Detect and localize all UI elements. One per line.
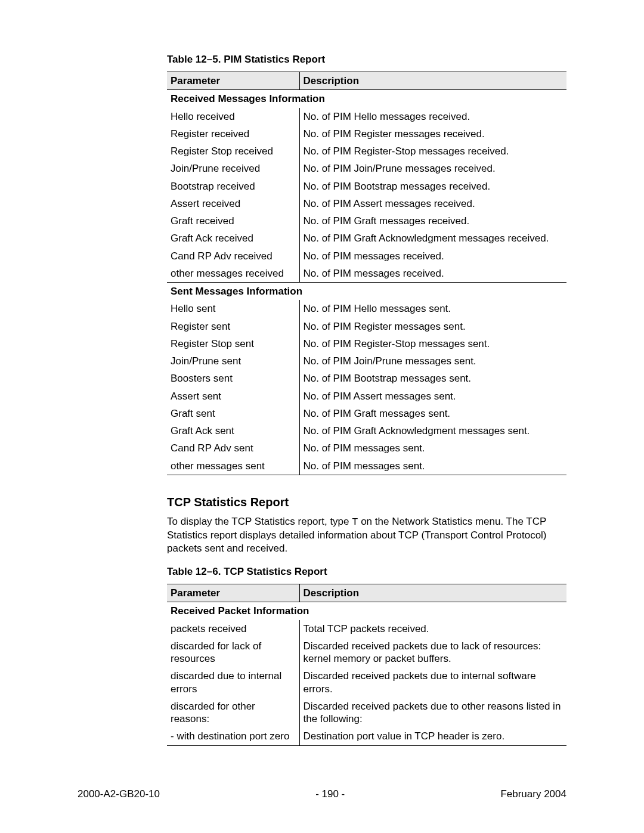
table-cell: Cand RP Adv received (167, 247, 299, 265)
table-cell: No. of PIM Graft messages sent. (299, 405, 566, 422)
table-cell: Cand RP Adv sent (167, 439, 299, 457)
table-cell: Graft sent (167, 405, 299, 422)
table-cell: No. of PIM Register-Stop messages receiv… (299, 143, 566, 160)
section-heading-tcp: TCP Statistics Report (167, 496, 566, 509)
table-cell: Graft received (167, 212, 299, 230)
table-cell: Discarded received packets due to lack o… (299, 637, 566, 668)
table1-header-param: Parameter (167, 72, 299, 90)
table-cell: No. of PIM Register messages received. (299, 125, 566, 143)
table1-caption: Table 12–5. PIM Statistics Report (167, 54, 566, 66)
table-cell: No. of PIM messages sent. (299, 439, 566, 457)
table-cell: No. of PIM messages sent. (299, 457, 566, 475)
table-cell: Hello received (167, 108, 299, 125)
table-cell: No. of PIM Register-Stop messages sent. (299, 335, 566, 352)
table-cell: Assert received (167, 195, 299, 212)
table-cell: Bootstrap received (167, 178, 299, 195)
table-cell: No. of PIM Assert messages sent. (299, 388, 566, 405)
footer-right: February 2004 (500, 788, 566, 800)
table-cell: Graft Ack received (167, 230, 299, 247)
table-cell: No. of PIM Register messages sent. (299, 318, 566, 335)
table-cell: - with destination port zero (167, 727, 299, 745)
table-cell: Assert sent (167, 388, 299, 405)
para-text: To display the TCP Statistics report, ty… (167, 516, 352, 527)
tcp-paragraph: To display the TCP Statistics report, ty… (167, 515, 566, 555)
table-cell: other messages received (167, 265, 299, 283)
table-cell: Register sent (167, 318, 299, 335)
table-cell: No. of PIM messages received. (299, 247, 566, 265)
table-cell: Destination port value in TCP header is … (299, 727, 566, 745)
table-cell: Join/Prune sent (167, 352, 299, 370)
table-cell: No. of PIM Hello messages sent. (299, 300, 566, 317)
table1-header-desc: Description (299, 72, 566, 90)
table-cell: No. of PIM Bootstrap messages received. (299, 178, 566, 195)
table-cell: No. of PIM Graft messages received. (299, 212, 566, 230)
table-cell: Register Stop received (167, 143, 299, 160)
table-cell: No. of PIM Graft Acknowledgment messages… (299, 230, 566, 247)
table1-section1: Received Messages Information (167, 90, 566, 108)
table-cell: No. of PIM Join/Prune messages sent. (299, 352, 566, 370)
table2-section1: Received Packet Information (167, 602, 566, 620)
table2: Parameter Description Received Packet In… (167, 584, 566, 746)
table-cell: Register received (167, 125, 299, 143)
table-cell: packets received (167, 620, 299, 637)
table1: Parameter Description Received Messages … (167, 72, 566, 475)
table-cell: discarded for other reasons: (167, 698, 299, 728)
table-cell: No. of PIM messages received. (299, 265, 566, 283)
table-cell: Discarded received packets due to other … (299, 698, 566, 728)
footer-left: 2000-A2-GB20-10 (78, 788, 160, 800)
table-cell: Graft Ack sent (167, 422, 299, 439)
table-cell: other messages sent (167, 457, 299, 475)
inline-code: T (352, 516, 358, 528)
table-cell: Boosters sent (167, 370, 299, 387)
page: Table 12–5. PIM Statistics Report Parame… (0, 0, 644, 833)
table-cell: No. of PIM Assert messages received. (299, 195, 566, 212)
table-cell: Total TCP packets received. (299, 620, 566, 637)
table-cell: No. of PIM Join/Prune messages received. (299, 160, 566, 177)
table2-header-desc: Description (299, 584, 566, 602)
table-cell: No. of PIM Bootstrap messages sent. (299, 370, 566, 387)
table-cell: Join/Prune received (167, 160, 299, 177)
table2-caption: Table 12–6. TCP Statistics Report (167, 566, 566, 578)
table2-header-param: Parameter (167, 584, 299, 602)
table-cell: Discarded received packets due to intern… (299, 667, 566, 698)
table-cell: discarded due to internal errors (167, 667, 299, 698)
table-cell: No. of PIM Graft Acknowledgment messages… (299, 422, 566, 439)
table-cell: Register Stop sent (167, 335, 299, 352)
table-cell: discarded for lack of resources (167, 637, 299, 668)
table-cell: No. of PIM Hello messages received. (299, 108, 566, 125)
table-cell: Hello sent (167, 300, 299, 317)
table1-section2: Sent Messages Information (167, 283, 566, 301)
footer-center: - 190 - (315, 788, 345, 800)
page-footer: 2000-A2-GB20-10 - 190 - February 2004 (78, 788, 566, 800)
